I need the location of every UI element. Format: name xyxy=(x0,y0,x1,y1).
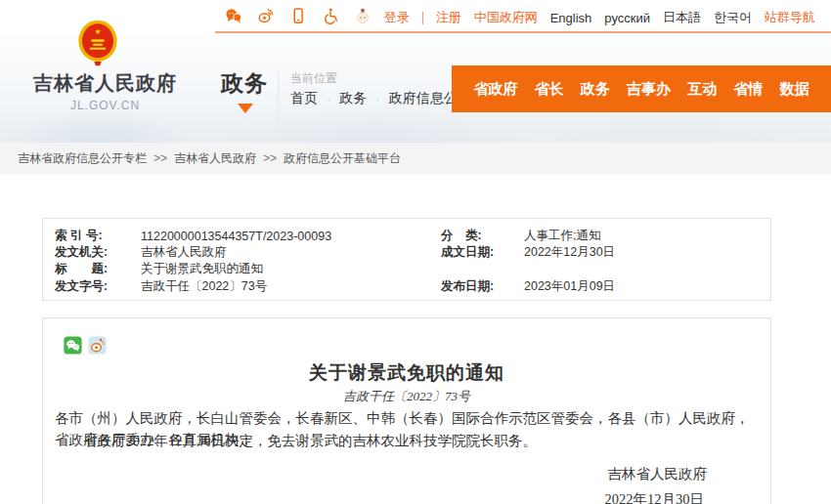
meta-value-index-number: 11220000013544357T/2023-00093 xyxy=(141,230,441,243)
current-location-label: 当前位置 xyxy=(290,70,337,87)
document-signer: 吉林省人民政府 xyxy=(43,465,707,483)
topbar-links: 登录 注册 中国政府网 English русский 日本語 한국어 站群导航 xyxy=(384,9,815,26)
breadcrumb-item-provincial-gov[interactable]: 吉林省人民政府 xyxy=(174,150,256,167)
nav-item-province-info[interactable]: 省情 xyxy=(733,80,763,99)
site-group-nav-link[interactable]: 站群导航 xyxy=(765,9,815,26)
document-content: 关于谢景武免职的通知 吉政干任〔2022〕73号 各市（州）人民政府，长白山管委… xyxy=(42,317,771,504)
login-register-divider xyxy=(422,12,423,24)
register-link[interactable]: 注册 xyxy=(436,9,461,26)
section-caret-icon xyxy=(238,104,253,113)
site-name: 吉林省人民政府 xyxy=(0,70,210,97)
lang-russian-link[interactable]: русский xyxy=(604,11,650,25)
nav-item-interaction[interactable]: 互动 xyxy=(687,80,717,99)
topbar-divider-line xyxy=(215,31,831,33)
breadcrumb: 吉林省政府信息公开专栏 >> 吉林省人民政府 >> 政府信息公开基础平台 xyxy=(0,143,831,174)
meta-label-title: 标 题: xyxy=(55,261,141,277)
location-separator: · xyxy=(375,92,379,106)
national-emblem-icon: ★ xyxy=(76,20,119,70)
meta-value-publish-date: 2023年01月09日 xyxy=(524,278,770,295)
wechat-icon[interactable] xyxy=(225,7,242,24)
document-title: 关于谢景武免职的通知 xyxy=(43,360,770,386)
document-paragraph: 省政府2022年12月30日决定，免去谢景武的吉林农业科技学院院长职务。 xyxy=(55,432,757,450)
meta-label-publish-date: 发布日期: xyxy=(441,278,524,295)
location-item-home[interactable]: 首页 xyxy=(290,90,318,107)
meta-value-written-date: 2022年12月30日 xyxy=(524,244,770,261)
document-sign-date: 2022年12月30日 xyxy=(43,490,704,504)
wechat-share-icon[interactable] xyxy=(64,336,82,355)
breadcrumb-separator: >> xyxy=(153,151,167,165)
nav-item-data[interactable]: 数据 xyxy=(779,80,809,99)
login-link[interactable]: 登录 xyxy=(384,9,410,26)
share-icons xyxy=(64,336,107,355)
nav-item-jishiban[interactable]: 吉事办 xyxy=(627,80,671,99)
mobile-icon[interactable] xyxy=(289,7,307,24)
topbar-icons xyxy=(225,7,372,24)
meta-label-written-date: 成文日期: xyxy=(441,244,524,261)
meta-value-doc-number: 吉政干任〔2022〕73号 xyxy=(141,278,441,295)
gov-cn-link[interactable]: 中国政府网 xyxy=(474,9,538,26)
location-item-zhengwu[interactable]: 政务 xyxy=(339,90,367,107)
section-title: 政务 xyxy=(221,68,268,99)
site-header: 登录 注册 中国政府网 English русский 日本語 한국어 站群导航… xyxy=(0,0,831,143)
document-number: 吉政干任〔2022〕73号 xyxy=(43,388,770,405)
document-meta-table: 索 引 号: 11220000013544357T/2023-00093 分 类… xyxy=(42,218,771,301)
meta-label-doc-number: 发文字号: xyxy=(55,278,141,295)
meta-value-title: 关于谢景武免职的通知 xyxy=(141,261,441,277)
meta-value-category: 人事工作;通知 xyxy=(524,228,770,244)
main-nav: 省政府 省长 政务 吉事办 互动 省情 数据 xyxy=(452,65,831,112)
meta-label-issuing-agency: 发文机关: xyxy=(55,244,141,261)
accessibility-icon[interactable] xyxy=(322,7,339,24)
lang-japanese-link[interactable]: 日本語 xyxy=(663,9,701,26)
lang-english-link[interactable]: English xyxy=(550,11,592,25)
breadcrumb-item-platform[interactable]: 政府信息公开基础平台 xyxy=(284,150,401,167)
lang-korean-link[interactable]: 한국어 xyxy=(714,9,752,26)
meta-value-issuing-agency: 吉林省人民政府 xyxy=(141,244,441,261)
nav-item-provincial-gov[interactable]: 省政府 xyxy=(474,80,518,99)
meta-label-category: 分 类: xyxy=(441,228,524,244)
breadcrumb-item-disclosure-column[interactable]: 吉林省政府信息公开专栏 xyxy=(18,150,147,167)
meta-label-index-number: 索 引 号: xyxy=(55,228,141,244)
svg-text:★: ★ xyxy=(94,27,101,36)
breadcrumb-separator: >> xyxy=(263,151,277,165)
weibo-icon[interactable] xyxy=(257,7,275,24)
nav-item-governor[interactable]: 省长 xyxy=(535,80,564,99)
mascot-icon[interactable] xyxy=(354,7,372,24)
site-domain: JL.GOV.CN xyxy=(0,99,210,112)
header-vertical-divider xyxy=(278,68,279,125)
nav-item-zhengwu[interactable]: 政务 xyxy=(581,80,610,99)
weibo-share-icon[interactable] xyxy=(88,336,107,355)
location-breadcrumb: 首页 · 政务 · 政府信息公开 xyxy=(290,90,471,107)
location-separator: · xyxy=(327,92,330,106)
page: 登录 注册 中国政府网 English русский 日本語 한국어 站群导航… xyxy=(0,0,831,504)
